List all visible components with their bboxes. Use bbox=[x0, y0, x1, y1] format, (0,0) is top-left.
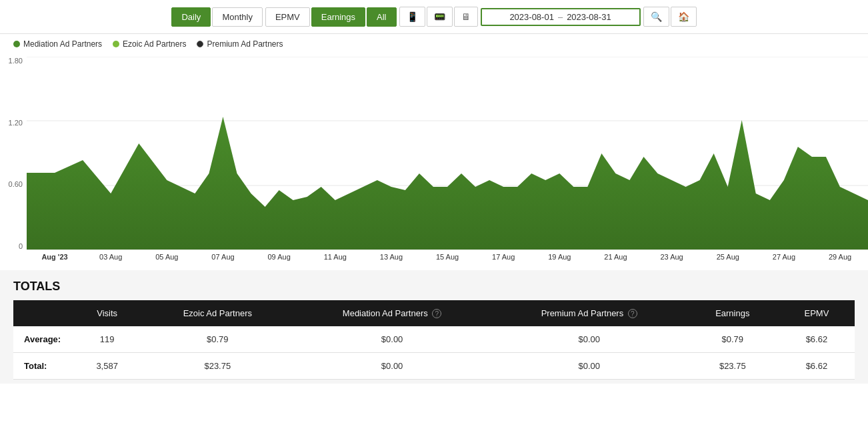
x-label-03aug: 03 Aug bbox=[83, 253, 139, 261]
area-chart bbox=[27, 57, 868, 250]
x-label-15aug: 15 Aug bbox=[419, 253, 475, 261]
y-label-180: 1.80 bbox=[9, 57, 23, 65]
date-start: 2023-08-01 bbox=[509, 12, 554, 22]
metric-toggle: EPMV Earnings All bbox=[265, 7, 397, 27]
row-total-label: Total: bbox=[13, 353, 71, 380]
date-range-picker[interactable]: 2023-08-01 – 2023-08-31 bbox=[481, 8, 641, 26]
search-button[interactable]: 🔍 bbox=[643, 7, 669, 27]
y-axis: 1.80 1.20 0.60 0 bbox=[0, 57, 27, 250]
daily-button[interactable]: Daily bbox=[171, 7, 211, 27]
legend-label-premium: Premium Ad Partners bbox=[207, 39, 283, 49]
x-label-aug23: Aug '23 bbox=[27, 253, 83, 261]
totals-section: TOTALS Visits Ezoic Ad Partners Mediatio… bbox=[0, 270, 868, 384]
monthly-button[interactable]: Monthly bbox=[212, 7, 263, 27]
col-header-visits: Visits bbox=[71, 300, 143, 326]
x-label-21aug: 21 Aug bbox=[587, 253, 643, 261]
x-label-09aug: 09 Aug bbox=[251, 253, 307, 261]
x-label-07aug: 07 Aug bbox=[195, 253, 251, 261]
x-label-05aug: 05 Aug bbox=[139, 253, 195, 261]
row-average-premium: $0.00 bbox=[492, 326, 687, 353]
earnings-button[interactable]: Earnings bbox=[311, 7, 365, 27]
premium-info-icon[interactable]: ? bbox=[628, 309, 637, 318]
row-total-ezoic: $23.75 bbox=[143, 353, 292, 380]
x-label-13aug: 13 Aug bbox=[363, 253, 419, 261]
x-label-19aug: 19 Aug bbox=[531, 253, 587, 261]
col-header-ezoic: Ezoic Ad Partners bbox=[143, 300, 292, 326]
x-label-29aug: 29 Aug bbox=[812, 253, 868, 261]
date-separator: – bbox=[558, 12, 563, 22]
chart-container: 1.80 1.20 0.60 0 Aug '23 03 Aug 05 A bbox=[0, 57, 868, 270]
legend-dot-premium bbox=[197, 41, 203, 47]
y-label-120: 1.20 bbox=[9, 119, 23, 127]
row-average-ezoic: $0.79 bbox=[143, 326, 292, 353]
row-total-visits: 3,587 bbox=[71, 353, 143, 380]
row-average-epmv: $6.62 bbox=[779, 326, 855, 353]
totals-table: Visits Ezoic Ad Partners Mediation Ad Pa… bbox=[13, 300, 855, 380]
x-label-27aug: 27 Aug bbox=[756, 253, 812, 261]
row-total-epmv: $6.62 bbox=[779, 353, 855, 380]
row-average-mediation: $0.00 bbox=[292, 326, 491, 353]
mediation-info-icon[interactable]: ? bbox=[432, 309, 441, 318]
tablet-button[interactable]: 📟 bbox=[427, 7, 453, 27]
legend-premium: Premium Ad Partners bbox=[197, 39, 283, 49]
row-average-earnings: $0.79 bbox=[687, 326, 779, 353]
legend-dot-ezoic bbox=[113, 41, 119, 47]
legend-ezoic: Ezoic Ad Partners bbox=[113, 39, 186, 49]
col-header-premium: Premium Ad Partners ? bbox=[492, 300, 687, 326]
x-label-25aug: 25 Aug bbox=[700, 253, 756, 261]
table-row: Average: 119 $0.79 $0.00 $0.00 $0.79 $6.… bbox=[13, 326, 855, 353]
desktop-button[interactable]: 🖥 bbox=[454, 7, 478, 27]
chart-legend: Mediation Ad Partners Ezoic Ad Partners … bbox=[0, 34, 868, 54]
row-total-premium: $0.00 bbox=[492, 353, 687, 380]
chart-extras: 🔍 🏠 bbox=[643, 7, 697, 27]
legend-label-ezoic: Ezoic Ad Partners bbox=[123, 39, 186, 49]
col-header-empty bbox=[13, 300, 71, 326]
col-header-earnings: Earnings bbox=[687, 300, 779, 326]
legend-mediation: Mediation Ad Partners bbox=[13, 39, 102, 49]
all-button[interactable]: All bbox=[367, 7, 396, 27]
x-label-17aug: 17 Aug bbox=[475, 253, 531, 261]
chart-svg-area bbox=[27, 57, 868, 250]
y-label-0: 0 bbox=[19, 242, 23, 250]
row-total-mediation: $0.00 bbox=[292, 353, 491, 380]
row-average-visits: 119 bbox=[71, 326, 143, 353]
view-toggle: Daily Monthly bbox=[171, 7, 262, 27]
legend-label-mediation: Mediation Ad Partners bbox=[23, 39, 102, 49]
y-label-060: 0.60 bbox=[9, 180, 23, 188]
row-total-earnings: $23.75 bbox=[687, 353, 779, 380]
table-header-row: Visits Ezoic Ad Partners Mediation Ad Pa… bbox=[13, 300, 855, 326]
epmv-button[interactable]: EPMV bbox=[265, 7, 310, 27]
mobile-button[interactable]: 📱 bbox=[399, 7, 425, 27]
x-axis: Aug '23 03 Aug 05 Aug 07 Aug 09 Aug 11 A… bbox=[27, 250, 868, 270]
svg-marker-4 bbox=[27, 117, 868, 250]
date-end: 2023-08-31 bbox=[567, 12, 611, 22]
legend-dot-mediation bbox=[13, 41, 20, 47]
x-label-23aug: 23 Aug bbox=[644, 253, 700, 261]
x-label-11aug: 11 Aug bbox=[307, 253, 363, 261]
home-button[interactable]: 🏠 bbox=[671, 7, 697, 27]
device-toggle: 📱 📟 🖥 bbox=[399, 7, 478, 27]
col-header-epmv: EPMV bbox=[779, 300, 855, 326]
col-header-mediation: Mediation Ad Partners ? bbox=[292, 300, 491, 326]
row-average-label: Average: bbox=[13, 326, 71, 353]
toolbar: Daily Monthly EPMV Earnings All 📱 📟 🖥 20… bbox=[0, 0, 868, 34]
totals-title: TOTALS bbox=[13, 280, 855, 294]
table-row: Total: 3,587 $23.75 $0.00 $0.00 $23.75 $… bbox=[13, 353, 855, 380]
